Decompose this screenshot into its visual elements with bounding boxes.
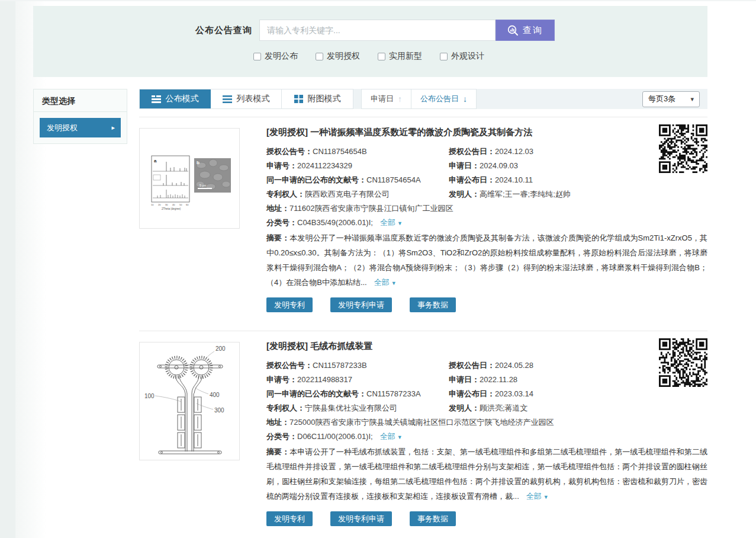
- search-button[interactable]: 查询: [496, 20, 555, 41]
- sort-by-application-date[interactable]: 申请日 ↑: [362, 89, 411, 108]
- field-value: 陕西欧西克电子有限公司: [305, 190, 390, 198]
- patent-title-text: 一种谐振频率温度系数近零的微波介质陶瓷及其制备方法: [310, 127, 532, 137]
- field-value: 711602陕西省安康市宁陕县江口镇旬广工业园区: [289, 204, 453, 213]
- sort-controls: 申请日 ↑ 公布公告日 ↓: [361, 89, 477, 109]
- field-value: 2024.05.28: [495, 361, 533, 370]
- svg-text:b: b: [197, 160, 200, 165]
- sort-label: 公布公告日: [420, 94, 459, 104]
- field-value: 2023.03.14: [495, 389, 533, 398]
- chevron-right-icon: ▸: [111, 124, 115, 132]
- field-label: 申请公布日：: [449, 389, 495, 398]
- svg-text:10: 10: [151, 203, 154, 206]
- field-value: C04B35/49(2006.01)I;: [297, 218, 373, 227]
- patent-thumbnail[interactable]: a: [139, 128, 240, 229]
- patent-type-filters: 发明公布 发明授权 实用新型 外观设计: [33, 51, 707, 62]
- tab-figure-mode[interactable]: 附图模式: [282, 89, 353, 108]
- checkbox-utility-model[interactable]: 实用新型: [378, 51, 422, 62]
- patent-fields: 授权公告号：CN118754654B 授权公告日：2024.12.03 申请号：…: [266, 145, 707, 201]
- expand-classification-link[interactable]: 全部▼: [380, 432, 403, 441]
- field-label: 同一申请的已公布的文献号：: [266, 389, 366, 398]
- patent-action-buttons: 发明专利 发明专利申请 事务数据: [266, 297, 707, 312]
- caret-down-icon: ▼: [397, 220, 403, 226]
- sort-label: 申请日: [371, 94, 394, 104]
- page-content: 公布公告查询 查询 发明公布: [33, 6, 707, 538]
- svg-text:40: 40: [172, 203, 175, 206]
- tab-label: 附图模式: [308, 94, 341, 104]
- xrd-sem-figure: a: [140, 129, 239, 228]
- patent-classification-row: 分类号：D06C11/00(2006.01)I;全部▼: [266, 430, 707, 444]
- search-panel: 公布公告查询 查询 发明公布: [33, 6, 707, 77]
- svg-text:a: a: [154, 158, 157, 164]
- abstract-text: 本发明公开了一种谐振频率温度系数近零的微波介质陶瓷及其制备方法，该微波介质陶瓷的…: [266, 233, 707, 287]
- patent-abstract: 摘要：本发明公开了一种谐振频率温度系数近零的微波介质陶瓷及其制备方法，该微波介质…: [266, 230, 707, 291]
- invention-application-button[interactable]: 发明专利申请: [330, 297, 392, 312]
- field-value: 高维军;王一睿;李纯纯;赵帅: [480, 190, 571, 198]
- field-value: 2024.10.11: [495, 175, 533, 184]
- checkbox-invention-grant[interactable]: 发明授权: [316, 51, 360, 62]
- field-label: 申请日：: [449, 375, 480, 384]
- field-label: 申请号：: [266, 161, 297, 170]
- patent-thumbnail[interactable]: 200 100 400 300: [139, 342, 240, 460]
- more-label: 全部: [380, 432, 395, 441]
- field-value: 2024112234329: [297, 161, 352, 170]
- patent-address-row: 地址：711602陕西省安康市宁陕县江口镇旬广工业园区: [266, 201, 707, 216]
- checkbox-box: [253, 53, 261, 60]
- page-size-select[interactable]: 每页3条 ▾: [642, 91, 700, 107]
- invention-patent-button[interactable]: 发明专利: [266, 297, 313, 312]
- checkbox-label: 实用新型: [389, 51, 422, 62]
- expand-abstract-link[interactable]: 全部▼: [374, 278, 397, 287]
- field-label: 同一申请的已公布的文献号：: [266, 175, 366, 184]
- tab-publish-mode[interactable]: 公布模式: [140, 89, 211, 108]
- grid-icon: [294, 95, 303, 103]
- checkbox-box: [378, 53, 385, 60]
- svg-text:2Theta (degree): 2Theta (degree): [162, 207, 181, 210]
- patent-detail: [发明授权] 一种谐振频率温度系数近零的微波介质陶瓷及其制备方法 授权公告号：C…: [266, 124, 707, 312]
- expand-classification-link[interactable]: 全部▼: [380, 218, 403, 227]
- patent-address-row: 地址：725000陕西省安康市宁陕县城关镇城南社区恒口示范区宁陕飞地经济产业园区: [266, 415, 707, 430]
- invention-application-button[interactable]: 发明专利申请: [330, 511, 392, 526]
- svg-text:5 μm: 5 μm: [200, 184, 206, 187]
- checkbox-invention-publication[interactable]: 发明公布: [253, 51, 298, 62]
- invention-patent-button[interactable]: 发明专利: [266, 511, 313, 526]
- patent-card: a: [139, 117, 707, 323]
- patent-type-badge: [发明授权]: [266, 127, 308, 137]
- sort-by-publication-date[interactable]: 公布公告日 ↓: [411, 89, 476, 108]
- field-value: CN118754654B: [313, 147, 367, 156]
- field-label: 分类号：: [266, 218, 297, 227]
- arrow-up-icon: ↑: [398, 94, 402, 104]
- arrow-down-icon: ↓: [463, 94, 467, 104]
- transaction-data-button[interactable]: 事务数据: [410, 511, 456, 526]
- caret-down-icon: ▼: [391, 280, 397, 286]
- search-button-label: 查询: [523, 25, 543, 36]
- type-sidebar: 类型选择 发明授权 ▸: [33, 89, 127, 144]
- svg-text:300: 300: [214, 407, 224, 414]
- checkbox-design[interactable]: 外观设计: [440, 51, 484, 62]
- field-label: 发明人：: [449, 404, 480, 412]
- magnifier-chart-icon: [507, 25, 519, 36]
- sidebar-item-label: 发明授权: [47, 123, 78, 133]
- expand-abstract-link[interactable]: 全部▼: [526, 492, 549, 501]
- patent-title[interactable]: [发明授权] 毛绒布抓绒装置: [266, 340, 707, 352]
- svg-text:400: 400: [210, 392, 220, 398]
- field-label: 申请号：: [266, 375, 297, 384]
- sidebar-item-invention-grant[interactable]: 发明授权 ▸: [40, 118, 121, 137]
- page-left-gutter: [0, 1, 15, 538]
- search-input[interactable]: [259, 20, 496, 41]
- page-size-value: 每页3条: [648, 94, 675, 104]
- patent-title[interactable]: [发明授权] 一种谐振频率温度系数近零的微波介质陶瓷及其制备方法: [266, 126, 707, 138]
- tab-list-mode[interactable]: 列表模式: [211, 89, 282, 108]
- patent-detail: [发明授权] 毛绒布抓绒装置 授权公告号：CN115787233B 授权公告日：…: [266, 338, 707, 526]
- field-label: 专利权人：: [266, 190, 305, 198]
- field-value: 2022.11.28: [480, 375, 517, 384]
- field-value: 2024.12.03: [495, 147, 533, 156]
- field-label: 授权公告号：: [266, 147, 313, 156]
- field-value: 宁陕县集优社实业有限公司: [305, 404, 397, 412]
- caret-down-icon: ▼: [397, 434, 403, 440]
- field-label: 分类号：: [266, 432, 297, 441]
- tab-label: 公布模式: [166, 94, 199, 104]
- patent-classification-row: 分类号：C04B35/49(2006.01)I;全部▼: [266, 216, 707, 230]
- field-label: 授权公告日：: [449, 147, 495, 156]
- transaction-data-button[interactable]: 事务数据: [410, 297, 456, 312]
- sidebar-title: 类型选择: [34, 89, 127, 112]
- field-value: 725000陕西省安康市宁陕县城关镇城南社区恒口示范区宁陕飞地经济产业园区: [289, 418, 554, 427]
